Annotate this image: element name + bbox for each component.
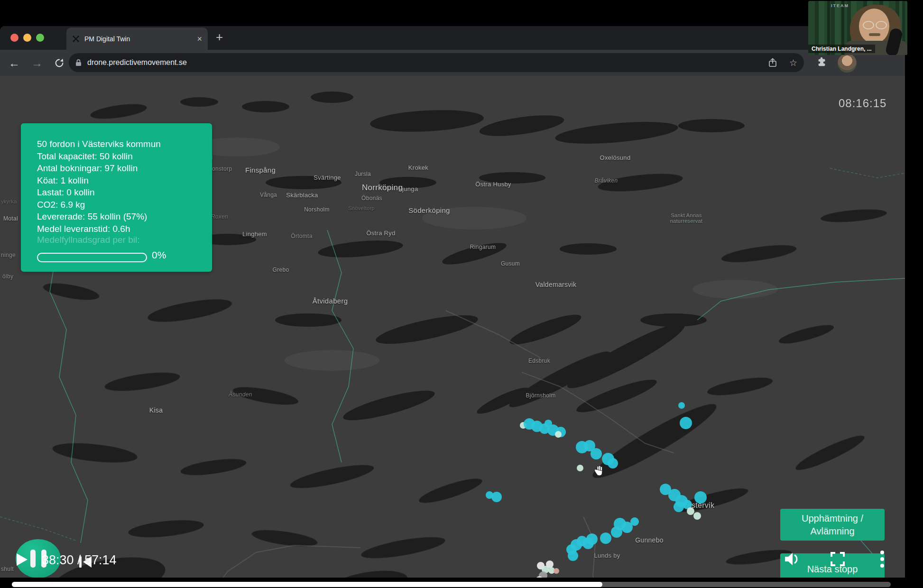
seek-bar-played <box>12 582 602 587</box>
presenter-glasses <box>876 21 887 29</box>
url-bar[interactable]: drone.predictivemovement.se ☆ <box>69 53 804 72</box>
extensions-icon[interactable] <box>817 56 827 67</box>
tab-pm-digital-twin[interactable]: PM Digital Twin × <box>66 28 208 50</box>
stat-fleet-summary: 50 fordon i Västerviks kommun <box>37 138 161 150</box>
presenter-mustache <box>869 33 880 36</box>
vehicle-dot[interactable] <box>678 402 685 409</box>
vehicle-dot[interactable] <box>693 512 701 520</box>
vehicle-dot[interactable] <box>491 492 502 502</box>
vehicle-dot[interactable] <box>630 517 639 526</box>
tab-title: PM Digital Twin <box>84 35 197 43</box>
video-play-button[interactable] <box>16 553 28 566</box>
stat-bookings: Antal bokningar: 97 kollin <box>37 162 161 175</box>
vehicle-dot[interactable] <box>680 417 692 429</box>
webcam-overlay: ITEAM Christian Landgren, ... <box>808 1 907 55</box>
presenter-glasses <box>863 21 874 29</box>
new-tab-button[interactable]: + <box>216 30 223 45</box>
vehicle-dot[interactable] <box>591 448 602 459</box>
screen: { "browser": { "tab_title": "PM Digital … <box>0 0 923 588</box>
forward-button[interactable]: → <box>31 57 43 69</box>
pickup-dropoff-button[interactable]: Upphämtning / Avlämning <box>780 509 885 541</box>
lock-icon <box>75 59 82 66</box>
profile-avatar[interactable] <box>838 54 857 73</box>
vehicle-dot[interactable] <box>687 507 694 515</box>
vehicle-dot[interactable] <box>554 568 559 574</box>
pickup-button-line1: Upphämtning / <box>802 512 863 525</box>
fill-rate-progressbar <box>37 253 147 262</box>
fill-rate-value: 0% <box>152 249 166 261</box>
volume-icon[interactable] <box>784 551 802 567</box>
reload-button[interactable] <box>54 58 65 68</box>
webcam-caption: Christian Landgren, ... <box>808 45 875 53</box>
video-timestamp: 38:30 / 57:14 <box>42 553 117 568</box>
vehicle-dot[interactable] <box>577 465 583 471</box>
stat-delivered: Levererade: 55 kollin (57%) <box>37 211 161 223</box>
mac-zoom-button[interactable] <box>36 34 44 42</box>
fullscreen-icon[interactable] <box>831 552 845 566</box>
video-menu-icon[interactable] <box>880 550 885 568</box>
vehicle-dot[interactable] <box>600 533 611 544</box>
tab-strip: PM Digital Twin × + <box>0 26 905 50</box>
vehicle-dot[interactable] <box>568 551 578 561</box>
bookmark-star-icon[interactable]: ☆ <box>789 57 797 68</box>
vehicle-dot[interactable] <box>545 420 552 427</box>
vehicle-dot[interactable] <box>608 458 618 469</box>
video-seek-bar[interactable] <box>12 582 891 587</box>
map-canvas[interactable]: OxelösundBråvikenKrokekJurslaSvärtingeFi… <box>0 76 905 578</box>
stat-fill-rate-label: Medelfyllnadsgrad per bil: <box>37 235 140 245</box>
vehicle-dot[interactable] <box>694 491 707 504</box>
tab-close-icon[interactable]: × <box>197 35 202 43</box>
share-icon[interactable] <box>768 58 777 67</box>
browser-toolbar: ← → drone.predictivemovement.se ☆ Update <box>0 50 905 76</box>
webcam-watermark: ITEAM <box>831 3 849 8</box>
mac-close-button[interactable] <box>10 34 18 42</box>
hand-cursor <box>594 465 604 477</box>
stat-queued: Köat: 1 kollin <box>37 175 161 187</box>
vehicle-dot[interactable] <box>611 526 622 538</box>
vehicle-dot[interactable] <box>555 431 562 438</box>
stat-avg-delivery-time: Medel leveranstid: 0.6h <box>37 223 161 235</box>
fleet-stats-panel: 50 fordon i Västerviks kommun Total kapa… <box>21 123 212 272</box>
stat-total-capacity: Total kapacitet: 50 kollin <box>37 150 161 163</box>
stat-loaded: Lastat: 0 kollin <box>37 186 161 199</box>
mac-minimize-button[interactable] <box>23 34 31 42</box>
browser-window: PM Digital Twin × + ← → drone.predictive… <box>0 26 905 578</box>
pickup-button-line2: Avlämning <box>810 525 854 538</box>
back-button[interactable]: ← <box>9 57 20 69</box>
url-text: drone.predictivemovement.se <box>87 58 768 67</box>
drone-favicon <box>72 35 80 43</box>
simulation-clock: 08:16:15 <box>839 97 886 110</box>
stat-co2: CO2: 6.9 kg <box>37 199 161 211</box>
